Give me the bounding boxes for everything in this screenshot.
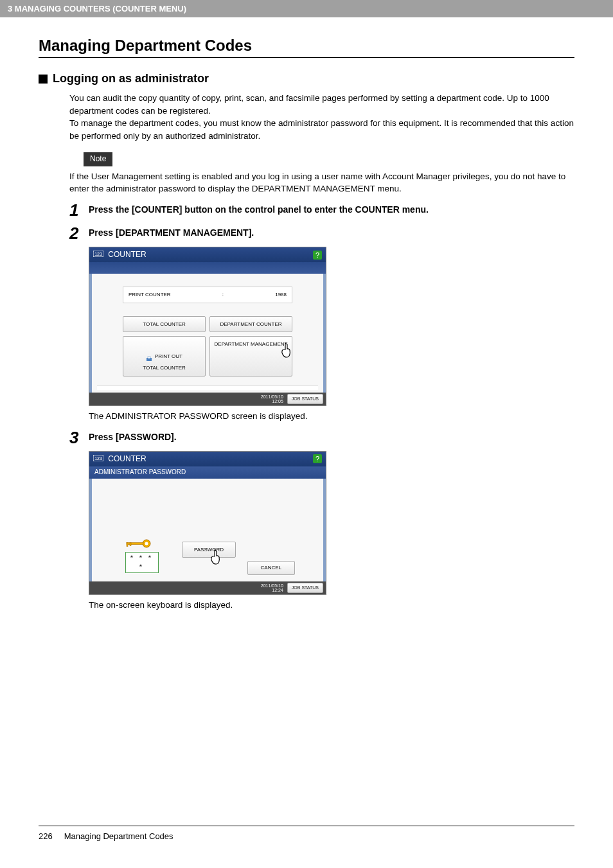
department-counter-button[interactable]: DEPARTMENT COUNTER <box>209 316 292 333</box>
square-bullet-icon <box>39 75 48 84</box>
screenshot-counter-menu: 123 COUNTER ? PRINT COUNTER : 1988 TOTAL… <box>89 247 326 406</box>
screen-title: COUNTER <box>108 454 146 463</box>
help-icon[interactable]: ? <box>313 454 322 463</box>
page-number: 226 <box>39 831 53 841</box>
department-management-button[interactable]: DEPARTMENT MANAGEMENT <box>209 336 292 376</box>
step-2: 2 Press [DEPARTMENT MANAGEMENT]. <box>69 224 574 242</box>
screen-title: COUNTER <box>108 250 146 259</box>
step-2-after-text: The ADMINISTRATOR PASSWORD screen is dis… <box>89 410 574 423</box>
print-out-total-counter-button[interactable]: PRINT OUT TOTAL COUNTER <box>123 336 206 376</box>
page-footer: 226 Managing Department Codes <box>39 826 574 841</box>
print-counter-field: PRINT COUNTER : 1988 <box>123 287 292 303</box>
cancel-button[interactable]: CANCEL <box>247 561 295 575</box>
svg-text:123: 123 <box>94 456 102 461</box>
job-status-button[interactable]: JOB STATUS <box>287 583 323 593</box>
footer-text: Managing Department Codes <box>64 831 173 841</box>
step-number: 2 <box>69 224 89 242</box>
step-1: 1 Press the [COUNTER] button on the cont… <box>69 200 574 218</box>
status-datetime: 2011/05/10 12:24 <box>261 583 283 592</box>
step-text: Press [PASSWORD]. <box>89 428 177 446</box>
svg-point-7 <box>145 542 148 545</box>
page-title: Managing Department Codes <box>39 37 574 58</box>
screenshot-admin-password: 123 COUNTER ? ADMINISTRATOR PASSWORD ＊＊＊… <box>89 451 326 595</box>
step-text: Press [DEPARTMENT MANAGEMENT]. <box>89 224 254 242</box>
print-icon <box>146 348 152 364</box>
counter-icon: 123 <box>93 454 103 465</box>
help-icon[interactable]: ? <box>313 251 322 260</box>
total-counter-button[interactable]: TOTAL COUNTER <box>123 316 206 333</box>
svg-rect-10 <box>130 542 131 545</box>
job-status-button[interactable]: JOB STATUS <box>287 394 323 404</box>
touch-cursor-icon <box>278 342 293 360</box>
intro-paragraph-2: To manage the department codes, you must… <box>69 117 574 142</box>
section-heading-text: Logging on as administrator <box>53 72 209 85</box>
note-text: If the User Management setting is enable… <box>69 170 574 195</box>
step-3: 3 Press [PASSWORD]. <box>69 428 574 446</box>
svg-rect-8 <box>127 542 143 544</box>
note-label: Note <box>84 152 112 166</box>
touch-cursor-icon <box>207 549 222 567</box>
intro-paragraph-1: You can audit the copy quantity of copy,… <box>69 92 574 117</box>
status-datetime: 2011/05/10 12:05 <box>261 394 283 403</box>
svg-rect-9 <box>127 542 128 546</box>
section-heading: Logging on as administrator <box>39 72 574 85</box>
counter-icon: 123 <box>93 249 103 260</box>
svg-text:123: 123 <box>94 252 102 256</box>
step-number: 3 <box>69 428 89 446</box>
step-3-after-text: The on-screen keyboard is displayed. <box>89 599 574 612</box>
step-text: Press the [COUNTER] button on the contro… <box>89 200 429 218</box>
step-number: 1 <box>69 200 89 218</box>
running-header: 3 MANAGING COUNTERS (COUNTER MENU) <box>0 0 613 17</box>
svg-rect-3 <box>148 357 150 359</box>
password-masked-field: ＊＊＊＊ <box>125 552 159 573</box>
password-button[interactable]: PASSWORD <box>182 542 236 558</box>
key-icon <box>125 538 152 549</box>
screen-subtitle: ADMINISTRATOR PASSWORD <box>89 466 326 479</box>
